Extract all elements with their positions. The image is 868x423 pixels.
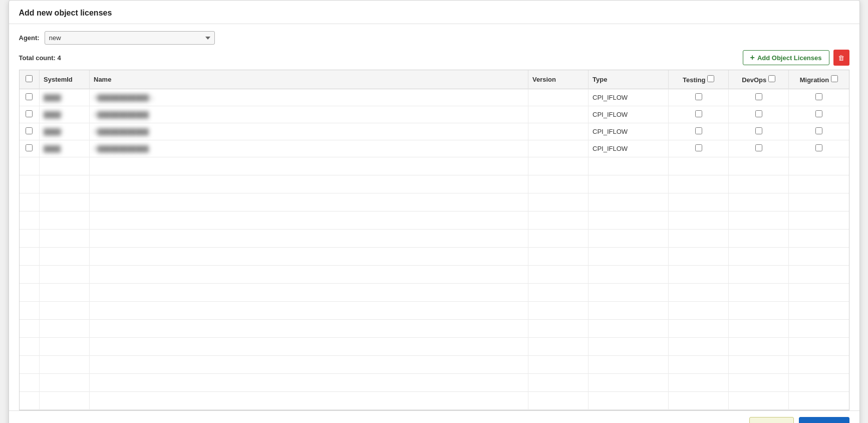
empty-cell: [789, 175, 849, 193]
row-3-testing-checkbox[interactable]: [695, 144, 702, 151]
empty-cell: [20, 392, 40, 410]
empty-cell: [729, 302, 789, 320]
empty-row: [20, 284, 849, 302]
empty-cell: [90, 230, 528, 248]
total-count-container: Total count: 4: [19, 54, 61, 62]
cell-devops: [729, 123, 789, 140]
empty-cell: [528, 175, 589, 193]
cell-migration: [789, 123, 849, 140]
empty-cell: [20, 157, 40, 175]
row-1-testing-checkbox[interactable]: [695, 110, 702, 117]
empty-cell: [729, 320, 789, 338]
cell-name[interactable]: A████████████: [90, 140, 528, 157]
empty-cell: [40, 248, 90, 266]
empty-cell: [40, 212, 90, 230]
empty-cell: [40, 320, 90, 338]
empty-cell: [789, 230, 849, 248]
delete-button[interactable]: 🗑: [833, 50, 849, 66]
empty-cell: [589, 320, 669, 338]
modal-title: Add new object licenses: [19, 9, 112, 17]
empty-row: [20, 338, 849, 356]
empty-cell: [528, 284, 589, 302]
row-0-migration-checkbox[interactable]: [815, 93, 822, 100]
empty-cell: [789, 374, 849, 392]
table-container: SystemId Name Version Type Testing DevOp…: [19, 70, 849, 410]
cell-type: CPI_IFLOW: [589, 123, 669, 140]
empty-cell: [669, 392, 729, 410]
row-1-devops-checkbox[interactable]: [755, 110, 762, 117]
empty-cell: [528, 248, 589, 266]
empty-cell: [528, 302, 589, 320]
empty-cell: [20, 374, 40, 392]
empty-cell: [669, 212, 729, 230]
empty-cell: [90, 284, 528, 302]
empty-cell: [669, 356, 729, 374]
empty-row: [20, 392, 849, 410]
row-0-devops-checkbox[interactable]: [755, 93, 762, 100]
select-all-checkbox[interactable]: [26, 75, 33, 82]
cell-type: CPI_IFLOW: [589, 89, 669, 106]
empty-cell: [90, 193, 528, 212]
empty-cell: [729, 212, 789, 230]
cell-testing: [669, 140, 729, 157]
empty-cell: [528, 193, 589, 212]
devops-header-checkbox[interactable]: [768, 75, 775, 82]
empty-row: [20, 320, 849, 338]
empty-cell: [789, 157, 849, 175]
empty-cell: [40, 284, 90, 302]
empty-cell: [528, 157, 589, 175]
migration-header-checkbox[interactable]: [831, 75, 838, 82]
cell-version: [528, 106, 589, 123]
empty-cell: [90, 266, 528, 284]
cell-name[interactable]: A████████████: [90, 106, 528, 123]
empty-cell: [528, 320, 589, 338]
empty-cell: [20, 338, 40, 356]
empty-cell: [589, 284, 669, 302]
total-count-label: Total count:: [19, 54, 56, 62]
cancel-button[interactable]: Cancel: [799, 417, 849, 423]
row-2-migration-checkbox[interactable]: [815, 127, 822, 134]
agent-select[interactable]: new: [45, 31, 215, 45]
empty-cell: [589, 338, 669, 356]
row-2-checkbox[interactable]: [26, 127, 33, 134]
licenses-table: SystemId Name Version Type Testing DevOp…: [20, 70, 849, 410]
empty-cell: [20, 320, 40, 338]
empty-cell: [528, 266, 589, 284]
empty-cell: [90, 302, 528, 320]
empty-cell: [789, 356, 849, 374]
empty-cell: [528, 230, 589, 248]
cell-name[interactable]: A████████████ L: [90, 89, 528, 106]
row-2-devops-checkbox[interactable]: [755, 127, 762, 134]
empty-cell: [669, 230, 729, 248]
row-3-devops-checkbox[interactable]: [755, 144, 762, 151]
header-version: Version: [528, 70, 589, 89]
empty-row: [20, 175, 849, 193]
add-object-licenses-button[interactable]: + Add Object Licenses: [743, 50, 829, 65]
empty-cell: [729, 374, 789, 392]
empty-cell: [669, 320, 729, 338]
cell-version: [528, 123, 589, 140]
empty-cell: [729, 248, 789, 266]
save-button[interactable]: Save: [749, 417, 793, 423]
empty-cell: [20, 248, 40, 266]
row-2-testing-checkbox[interactable]: [695, 127, 702, 134]
empty-cell: [528, 392, 589, 410]
empty-cell: [669, 374, 729, 392]
empty-cell: [789, 193, 849, 212]
table-row: ████/A████████████CPI_IFLOW: [20, 123, 849, 140]
row-3-checkbox[interactable]: [26, 144, 33, 151]
cell-name[interactable]: A████████████: [90, 123, 528, 140]
empty-row: [20, 266, 849, 284]
empty-cell: [669, 266, 729, 284]
row-3-migration-checkbox[interactable]: [815, 144, 822, 151]
row-0-checkbox[interactable]: [26, 93, 33, 100]
row-0-testing-checkbox[interactable]: [695, 93, 702, 100]
empty-cell: [589, 266, 669, 284]
row-1-migration-checkbox[interactable]: [815, 110, 822, 117]
empty-cell: [589, 157, 669, 175]
testing-header-checkbox[interactable]: [707, 75, 714, 82]
empty-row: [20, 230, 849, 248]
cell-migration: [789, 89, 849, 106]
empty-cell: [20, 284, 40, 302]
row-1-checkbox[interactable]: [26, 110, 33, 117]
